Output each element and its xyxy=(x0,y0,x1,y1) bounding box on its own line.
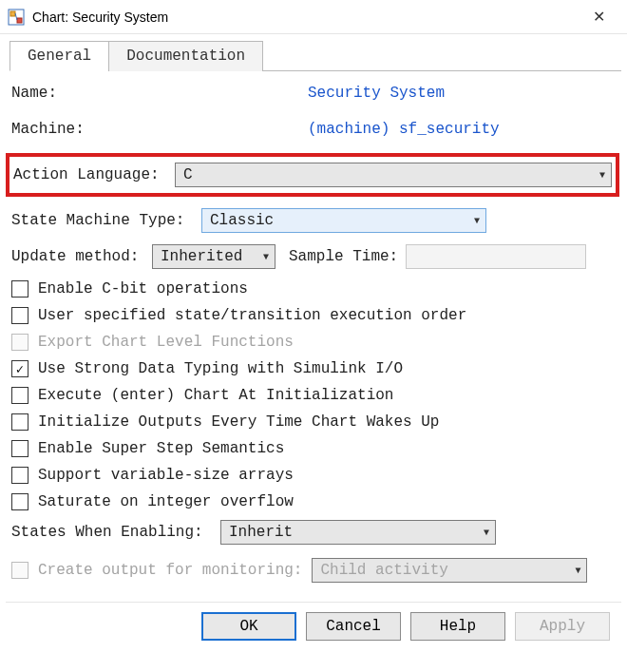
states-when-enabling-label: States When Enabling: xyxy=(11,524,220,541)
check-label: Use Strong Data Typing with Simulink I/O xyxy=(38,360,403,377)
close-icon[interactable]: ✕ xyxy=(580,8,618,26)
checkbox-icon xyxy=(11,467,28,484)
titlebar: Chart: Security System ✕ xyxy=(0,0,627,34)
check-saturate[interactable]: Saturate on integer overflow xyxy=(11,493,616,510)
action-language-combo[interactable]: C ▼ xyxy=(175,163,612,187)
check-label: Export Chart Level Functions xyxy=(38,334,294,351)
check-label: Support variable-size arrays xyxy=(38,467,294,484)
name-label: Name: xyxy=(11,85,308,102)
chart-app-icon xyxy=(8,9,25,26)
machine-row: Machine: (machine) sf_security xyxy=(11,117,616,142)
tab-general[interactable]: General xyxy=(10,41,109,71)
check-strong-typing[interactable]: ✓ Use Strong Data Typing with Simulink I… xyxy=(11,360,616,377)
ok-button[interactable]: OK xyxy=(201,612,296,641)
update-method-row: Update method: Inherited ▼ Sample Time: xyxy=(11,244,616,269)
cancel-button[interactable]: Cancel xyxy=(306,612,401,641)
check-label: User specified state/transition executio… xyxy=(38,307,466,324)
create-output-combo: Child activity ▼ xyxy=(312,558,587,583)
checkbox-checked-icon: ✓ xyxy=(11,360,28,377)
tab-documentation[interactable]: Documentation xyxy=(108,41,263,71)
name-value[interactable]: Security System xyxy=(308,85,445,102)
checkbox-icon xyxy=(11,387,28,404)
checkbox-icon xyxy=(11,334,28,351)
check-enable-cbit[interactable]: Enable C-bit operations xyxy=(11,280,616,298)
checkbox-icon xyxy=(11,413,28,431)
check-user-specified[interactable]: User specified state/transition executio… xyxy=(11,307,616,324)
create-output-value: Child activity xyxy=(320,562,447,579)
update-method-value: Inherited xyxy=(161,248,242,265)
check-label: Enable C-bit operations xyxy=(38,280,248,298)
state-machine-type-label: State Machine Type: xyxy=(11,212,201,229)
machine-label: Machine: xyxy=(11,121,308,138)
checkbox-icon xyxy=(11,493,28,510)
apply-button: Apply xyxy=(515,612,610,641)
chevron-down-icon: ▼ xyxy=(484,528,489,538)
check-super-step[interactable]: Enable Super Step Semantics xyxy=(11,440,616,457)
check-label: Enable Super Step Semantics xyxy=(38,440,284,457)
check-label: Execute (enter) Chart At Initialization xyxy=(38,387,393,404)
update-method-label: Update method: xyxy=(11,248,152,265)
sample-time-input[interactable] xyxy=(406,244,586,269)
checkbox-icon xyxy=(11,562,28,579)
check-var-size[interactable]: Support variable-size arrays xyxy=(11,467,616,484)
chevron-down-icon: ▼ xyxy=(474,216,480,226)
check-label: Initialize Outputs Every Time Chart Wake… xyxy=(38,413,439,431)
machine-value[interactable]: (machine) sf_security xyxy=(308,121,500,138)
chevron-down-icon: ▼ xyxy=(599,170,605,181)
check-label: Saturate on integer overflow xyxy=(38,493,294,510)
name-row: Name: Security System xyxy=(11,81,616,106)
svg-rect-2 xyxy=(17,18,22,23)
checkbox-icon xyxy=(11,307,28,324)
action-language-label: Action Language: xyxy=(13,166,175,183)
dialog-content: General Documentation Name: Security Sys… xyxy=(0,34,627,662)
help-button[interactable]: Help xyxy=(410,612,505,641)
check-export-funcs: Export Chart Level Functions xyxy=(11,334,616,351)
checkbox-icon xyxy=(11,280,28,298)
action-language-value: C xyxy=(183,166,193,183)
states-when-enabling-row: States When Enabling: Inherit ▼ xyxy=(11,520,616,545)
update-method-combo[interactable]: Inherited ▼ xyxy=(152,244,276,269)
chevron-down-icon: ▼ xyxy=(575,566,580,576)
tab-bar: General Documentation xyxy=(10,40,621,71)
action-language-highlight: Action Language: C ▼ xyxy=(6,153,619,197)
check-create-output: Create output for monitoring: Child acti… xyxy=(11,558,616,583)
check-init-outputs[interactable]: Initialize Outputs Every Time Chart Wake… xyxy=(11,413,616,431)
create-output-label: Create output for monitoring: xyxy=(38,562,302,579)
state-machine-type-value: Classic xyxy=(210,212,274,229)
svg-rect-1 xyxy=(10,11,15,16)
general-panel: Name: Security System Machine: (machine)… xyxy=(6,71,621,598)
state-machine-type-row: State Machine Type: Classic ▼ xyxy=(11,208,616,233)
chevron-down-icon: ▼ xyxy=(263,252,269,262)
states-when-enabling-combo[interactable]: Inherit ▼ xyxy=(220,520,496,545)
dialog-footer: OK Cancel Help Apply xyxy=(6,602,621,652)
checkbox-icon xyxy=(11,440,28,457)
states-when-enabling-value: Inherit xyxy=(229,524,293,541)
state-machine-type-combo[interactable]: Classic ▼ xyxy=(201,208,486,233)
sample-time-label: Sample Time: xyxy=(289,248,398,265)
window-title: Chart: Security System xyxy=(32,10,580,25)
check-exec-init[interactable]: Execute (enter) Chart At Initialization xyxy=(11,387,616,404)
